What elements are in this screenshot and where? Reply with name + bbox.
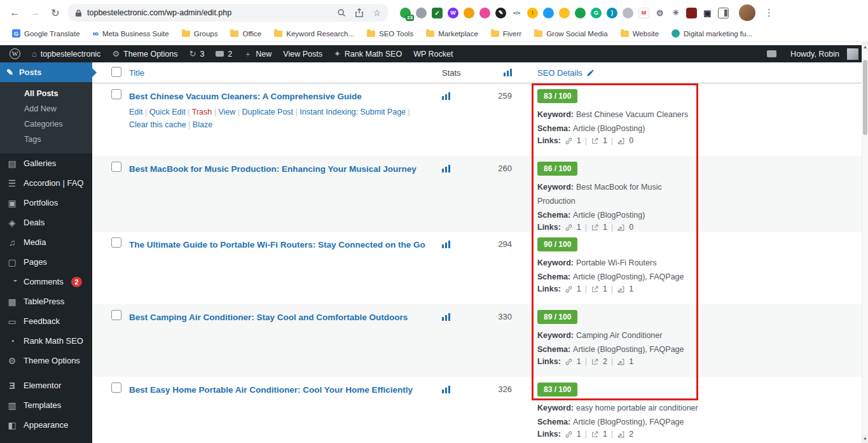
post-title-link[interactable]: Best Easy Home Portable Air Conditioner:… [129, 384, 413, 397]
extension-icon[interactable] [623, 8, 633, 18]
page-scrollbar[interactable]: ▲ ▼ [862, 42, 868, 443]
stats-chart-icon[interactable] [442, 92, 450, 100]
extension-icon[interactable] [511, 8, 522, 18]
sidebar-item-deals[interactable]: Deals [0, 213, 92, 232]
extension-icon[interactable] [654, 8, 665, 18]
sidebar-item-feedback[interactable]: Feedback [0, 311, 92, 331]
bookmark-folder[interactable]: Fiverr [485, 28, 527, 39]
extension-icon[interactable] [638, 8, 649, 18]
sidebar-item-galleries[interactable]: Galleries [0, 153, 92, 173]
row-checkbox[interactable] [111, 310, 121, 320]
side-panel-icon[interactable] [718, 8, 729, 18]
sidebar-item-pages[interactable]: Pages [0, 252, 92, 272]
profile-avatar[interactable] [739, 4, 755, 21]
submenu-add-new[interactable]: Add New [0, 101, 92, 116]
post-title-link[interactable]: Best Camping Air Conditioner: Stay Cool … [129, 311, 408, 324]
action-view[interactable]: View [212, 108, 235, 116]
post-title-link[interactable]: Best Chinese Vacuum Cleaners: A Comprehe… [129, 90, 362, 103]
stats-chart-icon[interactable] [442, 386, 450, 393]
site-name-menu[interactable]: ⌂topbestelectronic [26, 45, 106, 62]
sidebar-item-appearance[interactable]: Appearance [0, 415, 92, 435]
action-quick-edit[interactable]: Quick Edit [143, 108, 186, 116]
search-icon[interactable] [337, 8, 346, 17]
scrollbar-thumb[interactable] [863, 60, 867, 135]
extensions-puzzle-icon[interactable] [702, 8, 713, 18]
stats-chart-icon[interactable] [442, 313, 450, 321]
view-posts-menu[interactable]: View Posts [277, 45, 328, 62]
action-blaze[interactable]: Blaze [186, 120, 212, 129]
submenu-categories[interactable]: Categories [0, 116, 92, 132]
extension-icon[interactable] [543, 8, 554, 18]
bookmark-folder[interactable]: Marketplace [420, 28, 484, 39]
scroll-up-arrow[interactable]: ▲ [862, 42, 868, 51]
action-trash[interactable]: Trash [186, 108, 212, 116]
bookmark-folder[interactable]: Website [615, 28, 665, 39]
select-all-checkbox[interactable] [111, 67, 121, 77]
extension-icon[interactable] [607, 8, 617, 18]
feedback-screen-menu[interactable] [761, 50, 782, 57]
bookmark-item[interactable]: Google Translate [6, 27, 86, 39]
action-duplicate[interactable]: Duplicate Post [235, 108, 293, 116]
extension-icon[interactable] [575, 8, 586, 18]
extension-icon[interactable] [464, 8, 474, 18]
row-checkbox[interactable] [111, 89, 121, 99]
sidebar-item-media[interactable]: Media [0, 232, 92, 252]
extension-icon[interactable] [416, 8, 427, 18]
bookmark-item[interactable]: Digital marketing fu... [666, 27, 758, 39]
theme-options-menu[interactable]: ⚙Theme Options [106, 45, 183, 62]
bookmark-item[interactable]: Meta Business Suite [87, 27, 175, 39]
sidebar-item-elementor[interactable]: Elementor [0, 376, 92, 395]
my-account-menu[interactable]: Howdy, Robin [785, 48, 864, 60]
extension-icon[interactable] [591, 8, 602, 18]
sidebar-item-templates[interactable]: Templates [0, 395, 92, 415]
sidebar-item-tablepress[interactable]: TablePress [0, 292, 92, 311]
column-header-title[interactable]: Title [129, 68, 144, 78]
bookmark-star-icon[interactable]: ☆ [373, 8, 381, 18]
address-bar[interactable]: topbestelectronic.com/wp-admin/edit.php … [67, 4, 389, 22]
sidebar-item-theme-options[interactable]: Theme Options [0, 351, 92, 370]
post-title-link[interactable]: The Ultimate Guide to Portable Wi-Fi Rou… [129, 239, 425, 251]
extension-icon[interactable] [670, 8, 681, 18]
updates-menu[interactable]: ↻3 [184, 45, 210, 62]
stats-chart-icon[interactable] [442, 241, 450, 248]
scroll-down-arrow[interactable]: ▼ [862, 434, 868, 443]
extension-icon[interactable] [559, 8, 570, 18]
sidebar-item-comments[interactable]: Comments2 [0, 272, 92, 292]
extension-icon[interactable] [527, 8, 538, 18]
reload-icon[interactable]: ↻ [47, 4, 64, 21]
forward-icon[interactable]: → [27, 4, 43, 21]
bookmark-folder[interactable]: SEO Tools [361, 28, 419, 39]
new-content-menu[interactable]: ＋New [238, 45, 277, 62]
extension-icon[interactable] [495, 8, 506, 18]
sidebar-item-rank-math[interactable]: Rank Math SEO [0, 331, 92, 351]
submenu-tags[interactable]: Tags [0, 132, 92, 147]
extension-icon[interactable] [432, 8, 443, 18]
row-checkbox[interactable] [111, 383, 121, 393]
column-header-seo-details[interactable]: SEO Details [537, 68, 582, 78]
bookmark-folder[interactable]: Groups [176, 28, 224, 39]
extension-icon[interactable] [479, 8, 490, 18]
action-edit[interactable]: Edit [129, 108, 143, 116]
back-icon[interactable]: ← [6, 4, 23, 21]
extension-icon[interactable] [448, 8, 458, 18]
sidebar-item-accordion-faq[interactable]: Accordion | FAQ [0, 173, 92, 193]
sidebar-item-posts[interactable]: Posts [0, 62, 92, 82]
extension-icon[interactable] [686, 8, 697, 18]
row-checkbox[interactable] [111, 237, 121, 248]
bookmark-folder[interactable]: Keyword Research... [268, 28, 360, 39]
share-icon[interactable] [355, 8, 364, 17]
comments-menu[interactable]: 2 [210, 45, 238, 62]
post-title-link[interactable]: Best MacBook for Music Production: Enhan… [129, 163, 417, 176]
extension-icon[interactable]: 23 [400, 8, 411, 18]
sidebar-item-portfolios[interactable]: Portfolios [0, 193, 92, 213]
bookmark-folder[interactable]: Office [224, 28, 267, 39]
edit-pencil-icon[interactable] [586, 69, 595, 77]
chrome-menu-icon[interactable]: ⋮ [764, 7, 774, 18]
wp-rocket-menu[interactable]: WP Rocket [408, 45, 458, 62]
bookmark-folder[interactable]: Grow Social Media [528, 28, 614, 39]
wp-logo-menu[interactable] [4, 45, 26, 62]
action-instant-indexing[interactable]: Instant Indexing: Submit Page [293, 108, 406, 116]
submenu-all-posts[interactable]: All Posts [0, 86, 92, 101]
rank-math-menu[interactable]: ✦Rank Math SEO [328, 45, 408, 62]
row-checkbox[interactable] [111, 162, 121, 172]
